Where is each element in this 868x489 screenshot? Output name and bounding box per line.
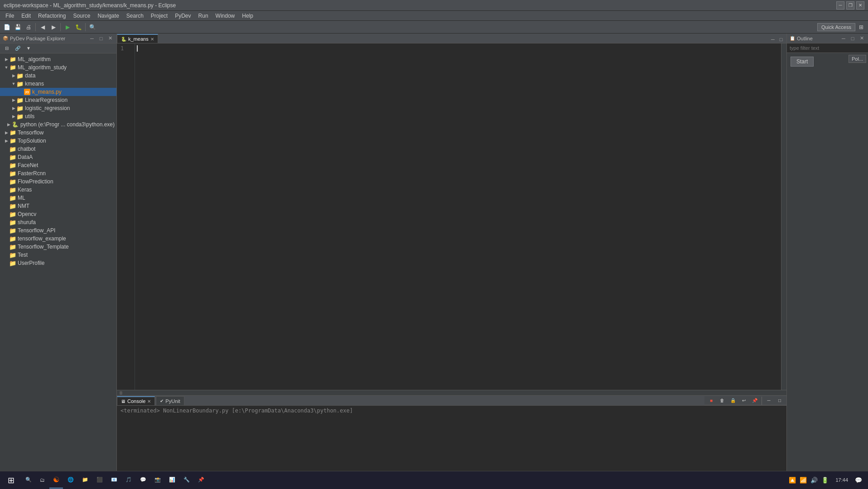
- menu-search[interactable]: Search: [123, 12, 147, 20]
- tree-item-tensorflow-template[interactable]: ▶ 📁 Tensorflow_Template: [0, 243, 116, 251]
- link-with-editor[interactable]: 🔗: [13, 43, 23, 53]
- tab-pyunit[interactable]: ✔ PyUnit: [156, 396, 184, 405]
- menu-project[interactable]: Project: [147, 12, 171, 20]
- console-stop[interactable]: ■: [706, 396, 716, 406]
- outline-filter-input[interactable]: [787, 43, 868, 53]
- menu-pydev[interactable]: PyDev: [171, 12, 194, 20]
- tab-close-k-means[interactable]: ✕: [150, 37, 154, 42]
- taskbar-other-1[interactable]: 📧: [107, 472, 121, 489]
- tree-item-tensorflow[interactable]: ▶ 📁 Tensorflow: [0, 129, 116, 137]
- collapse-all[interactable]: ⊟: [2, 43, 12, 53]
- console-maximize[interactable]: □: [775, 396, 785, 406]
- menu-window[interactable]: Window: [212, 12, 239, 20]
- tree-item-topsolution[interactable]: ▶ 📁 TopSolution: [0, 137, 116, 145]
- tab-close-console[interactable]: ✕: [147, 399, 151, 404]
- menu-file[interactable]: File: [2, 12, 18, 20]
- tree-item-facenet[interactable]: ▶ 📁 FaceNet: [0, 161, 116, 169]
- taskbar-file-explorer[interactable]: 📁: [78, 472, 92, 489]
- tab-k-means[interactable]: 🐍 k_means ✕: [117, 34, 158, 43]
- explorer-view-menu[interactable]: ▼: [24, 43, 34, 53]
- toolbar-forward[interactable]: ▶: [48, 22, 58, 32]
- tree-item-opencv[interactable]: ▶ 📁 Opencv: [0, 210, 116, 218]
- explorer-close[interactable]: ✕: [106, 35, 114, 42]
- tree-item-ml-algorithm-study[interactable]: ▼ 📁 ML_algorithm_study: [0, 63, 116, 72]
- tree-item-test[interactable]: ▶ 📁 Test: [0, 251, 116, 259]
- minimize-button[interactable]: ─: [836, 1, 844, 10]
- explorer-maximize[interactable]: □: [97, 35, 105, 42]
- console-word-wrap[interactable]: ↩: [739, 396, 749, 406]
- tree-item-logistic[interactable]: ▶ 📁 logistic_regression: [0, 104, 116, 112]
- taskbar-other-2[interactable]: 🎵: [122, 472, 135, 489]
- toolbar-search[interactable]: 🔍: [87, 22, 97, 32]
- code-editor[interactable]: [135, 43, 781, 390]
- editor-scrollbar-y[interactable]: [781, 43, 786, 390]
- tree-item-python[interactable]: ▶ 🐍 python (e:\Progr ... conda3\python.e…: [0, 120, 116, 129]
- tree-item-tensorflow-example[interactable]: ▶ 📁 tensorflow_example: [0, 235, 116, 243]
- toolbar-back[interactable]: ◀: [38, 22, 48, 32]
- taskbar-other-4[interactable]: 📸: [151, 472, 164, 489]
- taskbar-chrome[interactable]: 🌐: [64, 472, 77, 489]
- toolbar-save[interactable]: 💾: [13, 22, 23, 32]
- outline-maximize[interactable]: □: [849, 35, 856, 42]
- tree-item-ml[interactable]: ▶ 📁 ML: [0, 194, 116, 202]
- tray-network-icon[interactable]: 📶: [799, 476, 807, 484]
- tree-item-kmeans[interactable]: ▼ 📁 kmeans: [0, 80, 116, 88]
- tray-battery-icon[interactable]: 🔋: [821, 476, 829, 484]
- tree-item-linear-regression[interactable]: ▶ 📁 LinearRegression: [0, 96, 116, 104]
- outline-minimize[interactable]: ─: [840, 35, 847, 42]
- tray-icon-1[interactable]: 🔼: [788, 476, 796, 484]
- taskbar-other-6[interactable]: 🔧: [180, 472, 193, 489]
- menu-run[interactable]: Run: [195, 12, 212, 20]
- console-pin[interactable]: 📌: [750, 396, 760, 406]
- tray-notification[interactable]: 💬: [854, 476, 863, 484]
- taskbar-other-5[interactable]: 📊: [165, 472, 179, 489]
- taskbar-other-7[interactable]: 📌: [194, 472, 208, 489]
- taskbar-clock[interactable]: 17:44: [832, 477, 852, 483]
- tree-item-nmt[interactable]: ▶ 📁 NMT: [0, 202, 116, 210]
- taskbar-eclipse[interactable]: ☯: [49, 472, 63, 489]
- menu-source[interactable]: Source: [69, 12, 94, 20]
- menu-refactoring[interactable]: Refactoring: [34, 12, 69, 20]
- tray-volume-icon[interactable]: 🔊: [810, 476, 818, 484]
- tree-item-flowprediction[interactable]: ▶ 📁 FlowPrediction: [0, 177, 116, 186]
- taskbar-terminal[interactable]: ⬛: [93, 472, 106, 489]
- taskbar-other-3[interactable]: 💬: [136, 472, 150, 489]
- tree-item-keras[interactable]: ▶ 📁 Keras: [0, 186, 116, 194]
- console-clear[interactable]: 🗑: [717, 396, 727, 406]
- tree-item-dataa[interactable]: ▶ 📁 DataA: [0, 153, 116, 161]
- taskbar-search[interactable]: 🔍: [22, 472, 35, 489]
- console-scroll-lock[interactable]: 🔒: [728, 396, 738, 406]
- tree-item-tensorflow-api[interactable]: ▶ 📁 Tensorflow_API: [0, 226, 116, 235]
- tree-arrow-python: ▶: [6, 122, 12, 127]
- tree-item-fasterrcnn[interactable]: ▶ 📁 FasterRcnn: [0, 169, 116, 177]
- toolbar-run[interactable]: ▶: [63, 22, 72, 32]
- console-minimize[interactable]: ─: [764, 396, 774, 406]
- tree-item-chatbot[interactable]: ▶ 📁 chatbot: [0, 145, 116, 153]
- tree-item-userprofile[interactable]: ▶ 📁 UserProfile: [0, 259, 116, 267]
- editor-minimize[interactable]: ─: [769, 36, 776, 43]
- start-button[interactable]: Start: [791, 57, 814, 67]
- restore-button[interactable]: ❐: [846, 1, 854, 10]
- tree-item-shurufa[interactable]: ▶ 📁 shurufa: [0, 218, 116, 226]
- toolbar-new[interactable]: 📄: [2, 22, 12, 32]
- explorer-minimize[interactable]: ─: [88, 35, 96, 42]
- editor-maximize[interactable]: □: [777, 36, 785, 43]
- menu-navigate[interactable]: Navigate: [94, 12, 122, 20]
- toolbar-print[interactable]: 🖨: [24, 22, 34, 32]
- outline-close[interactable]: ✕: [858, 35, 865, 42]
- menu-edit[interactable]: Edit: [18, 12, 34, 20]
- tree-item-utils[interactable]: ▶ 📁 utils: [0, 112, 116, 120]
- start-button-taskbar[interactable]: ⊞: [2, 472, 20, 489]
- tree-item-data[interactable]: ▶ 📁 data: [0, 72, 116, 80]
- toolbar-perspectives[interactable]: ⊞: [856, 22, 866, 32]
- tree-item-k-means-py[interactable]: ▶ py k_means.py: [0, 88, 116, 96]
- quick-access-button[interactable]: Quick Access: [817, 23, 855, 31]
- menu-help[interactable]: Help: [238, 12, 257, 20]
- close-button[interactable]: ✕: [856, 1, 864, 10]
- editor-area[interactable]: 1: [117, 43, 786, 390]
- editor-scrollbar-x[interactable]: [117, 390, 786, 395]
- taskbar-task-view[interactable]: 🗂: [36, 472, 48, 489]
- tree-item-ml-algorithm[interactable]: ▶ 📁 ML_algorithm: [0, 55, 116, 63]
- toolbar-debug[interactable]: 🐛: [73, 22, 83, 32]
- tab-console[interactable]: 🖥 Console ✕: [117, 396, 155, 405]
